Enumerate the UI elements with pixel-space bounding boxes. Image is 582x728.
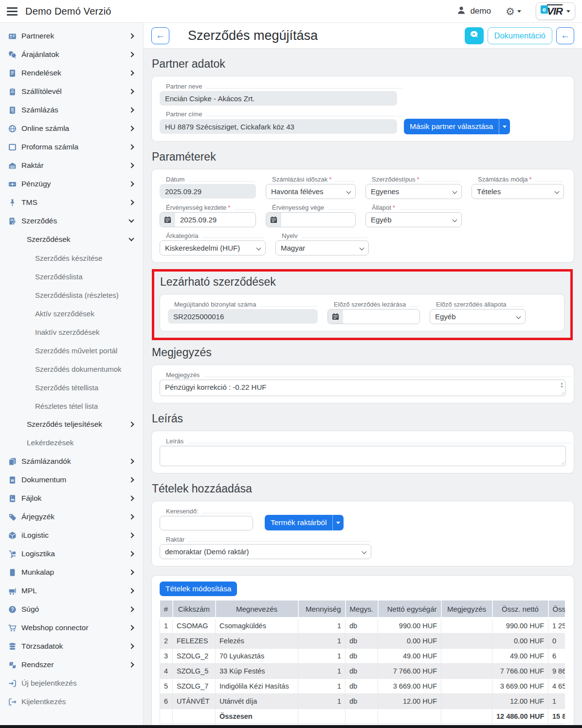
- sidebar-item[interactable]: Raktár: [0, 156, 143, 175]
- table-row[interactable]: 3SZOLG_270 Lyukasztás1db49.00 HUF49.00 H…: [160, 648, 565, 663]
- chevron-right-icon: [128, 532, 134, 538]
- sidebar-item[interactable]: Online számla: [0, 119, 143, 138]
- hamburger-menu-icon[interactable]: [7, 7, 18, 16]
- sidebar-item[interactable]: Részletes tétel lista: [0, 397, 143, 415]
- sidebar-item[interactable]: Szerződések: [0, 230, 143, 249]
- sidebar-item[interactable]: Szerződés: [0, 212, 143, 230]
- globe-icon: [8, 124, 17, 133]
- table-row[interactable]: 2FELEZESFelezés1db0.00 HUF0.00 HUF0: [160, 633, 565, 648]
- sidebar-item[interactable]: Kijelentkezés: [0, 692, 143, 711]
- resize-handle[interactable]: [560, 460, 564, 465]
- sidebar-item[interactable]: wDokumentum: [0, 471, 143, 489]
- add-items-card: Keresendő: Termék raktárból Raktár demor…: [151, 501, 574, 566]
- user-menu[interactable]: demo: [457, 6, 491, 17]
- billing-mode-select[interactable]: Tételes: [472, 184, 564, 199]
- table-cell: FELEZES: [173, 633, 216, 648]
- money-icon: [8, 180, 17, 188]
- documentation-button[interactable]: Dokumentáció: [488, 27, 552, 44]
- sidebar-item[interactable]: Szerződéslista: [0, 267, 143, 286]
- comment-textarea[interactable]: Pénzügyi korrekció : -0.22 HUF ▲▼: [160, 380, 566, 396]
- sidebar-item[interactable]: Logisztika: [0, 545, 143, 563]
- table-cell: [441, 648, 492, 663]
- sidebar-item[interactable]: Rendelések: [0, 64, 143, 82]
- sidebar-item[interactable]: Szerződés készítése: [0, 249, 143, 267]
- sidebar-item[interactable]: Árjegyzék: [0, 508, 143, 526]
- svg-text:?: ?: [11, 607, 14, 612]
- back-button-secondary[interactable]: ←: [556, 27, 574, 44]
- feedback-chat-button[interactable]: [465, 27, 484, 44]
- validity-end-field[interactable]: [266, 212, 356, 227]
- search-input[interactable]: [160, 516, 253, 530]
- table-cell: 4: [160, 663, 173, 678]
- sidebar-item[interactable]: Pénzügy: [0, 175, 143, 193]
- sidebar-item[interactable]: iLogistic: [0, 526, 143, 545]
- calendar-icon[interactable]: [266, 213, 281, 227]
- resize-handle[interactable]: [560, 390, 564, 395]
- chevron-right-icon: [128, 662, 134, 667]
- sidebar-item[interactable]: Szállítólevél: [0, 82, 143, 101]
- calendar-icon[interactable]: [160, 213, 175, 227]
- calendar-icon[interactable]: [328, 309, 343, 324]
- spinner-arrows-icon[interactable]: ▲▼: [560, 382, 564, 388]
- column-header: Megys.: [346, 601, 378, 618]
- settings-menu[interactable]: ⚙: [506, 6, 521, 17]
- chevron-down-icon: [360, 246, 364, 251]
- sidebar-item[interactable]: Webshop connector: [0, 619, 143, 637]
- sidebar-item[interactable]: Inaktív szerződések: [0, 323, 143, 341]
- sidebar-item[interactable]: Lekérdezések: [0, 434, 143, 452]
- sidebar-item[interactable]: MPL: [0, 582, 143, 600]
- change-partner-button[interactable]: Másik partner választása: [404, 119, 499, 134]
- column-header: Megjegyzés: [441, 601, 492, 618]
- sidebar-item[interactable]: Fájlok: [0, 489, 143, 508]
- sidebar-item[interactable]: Proforma számla: [0, 138, 143, 156]
- sidebar-item[interactable]: Szerződés művelet portál: [0, 341, 143, 360]
- billing-period-select[interactable]: Havonta féléves: [266, 184, 356, 199]
- sidebar-item[interactable]: Szerződés tétellista: [0, 378, 143, 397]
- sidebar-item[interactable]: Szerződéslista (részletes): [0, 286, 143, 304]
- validity-start-field[interactable]: 2025.09.29: [160, 212, 256, 227]
- sidebar-item[interactable]: Árajánlatok: [0, 45, 143, 64]
- main-content: ← Szerződés megújítása Dokumentáció ← Pa…: [144, 23, 582, 725]
- sidebar-item[interactable]: ?Súgó: [0, 600, 143, 619]
- table-row[interactable]: 5SZOLG_7Indigólila Kézi Hasítás1db3 669.…: [160, 678, 565, 693]
- modify-items-button[interactable]: Tételek módosítása: [160, 582, 237, 596]
- table-cell: 1: [548, 693, 565, 709]
- sidebar-item[interactable]: Partnerek: [0, 27, 143, 45]
- price-category-select[interactable]: Kiskereskedelmi (HUF): [160, 240, 266, 255]
- description-textarea[interactable]: [160, 446, 566, 466]
- sidebar-item[interactable]: Aktív szerződések: [0, 304, 143, 323]
- sidebar-item[interactable]: Munkalap: [0, 563, 143, 582]
- sidebar-item-label: Dokumentum: [21, 475, 66, 484]
- sidebar-item[interactable]: Törzsadatok: [0, 637, 143, 655]
- back-button[interactable]: ←: [151, 27, 169, 44]
- previous-contract-status-select[interactable]: Egyéb: [430, 309, 526, 324]
- sidebar-item-label: Rendszer: [21, 660, 54, 669]
- previous-contract-close-field[interactable]: [327, 309, 420, 324]
- sidebar-item[interactable]: Rendszer: [0, 655, 143, 674]
- table-row[interactable]: 1CSOMAGCsomagküldés1db990.00 HUF990.00 H…: [160, 618, 565, 633]
- total-label: Összesen: [216, 709, 298, 724]
- sidebar-item[interactable]: Számlázandók: [0, 452, 143, 471]
- trolley-icon: [8, 586, 17, 595]
- product-from-warehouse-dropdown[interactable]: [332, 515, 344, 530]
- sidebar-item-label: Webshop connector: [21, 623, 89, 632]
- language-select[interactable]: Magyar: [275, 240, 369, 255]
- sidebar-item[interactable]: TMS: [0, 193, 143, 212]
- table-cell: 9 86: [548, 663, 565, 678]
- table-row[interactable]: 4SZOLG_533 Kúp Festés1db7 766.00 HUF7 76…: [160, 663, 565, 678]
- warehouse-select[interactable]: demoraktar (Demó raktár): [160, 544, 371, 559]
- sidebar-item[interactable]: Szerződés teljesítések: [0, 415, 143, 434]
- sidebar-item[interactable]: Számlázás: [0, 101, 143, 119]
- sidebar-item-label: Szerződés dokumentumok: [35, 365, 122, 373]
- contract-type-select[interactable]: Egyenes: [365, 184, 462, 199]
- bottom-edge-bar: [0, 725, 582, 728]
- sidebar-item[interactable]: Szerződés dokumentumok: [0, 360, 143, 378]
- sidebar-item-label: Szállítólevél: [21, 87, 62, 96]
- sidebar-item[interactable]: Új bejelentkezés: [0, 674, 143, 692]
- change-partner-dropdown[interactable]: [499, 119, 510, 134]
- evir-logo-menu[interactable]: e VIR: [536, 2, 575, 20]
- partner-address-label: Partner címe: [166, 110, 202, 118]
- product-from-warehouse-button[interactable]: Termék raktárból: [265, 515, 332, 530]
- table-row[interactable]: 6UTÁNVÉTUtánvét díja1db12.00 HUF12.00 HU…: [160, 693, 565, 709]
- status-select[interactable]: Egyéb: [365, 212, 462, 227]
